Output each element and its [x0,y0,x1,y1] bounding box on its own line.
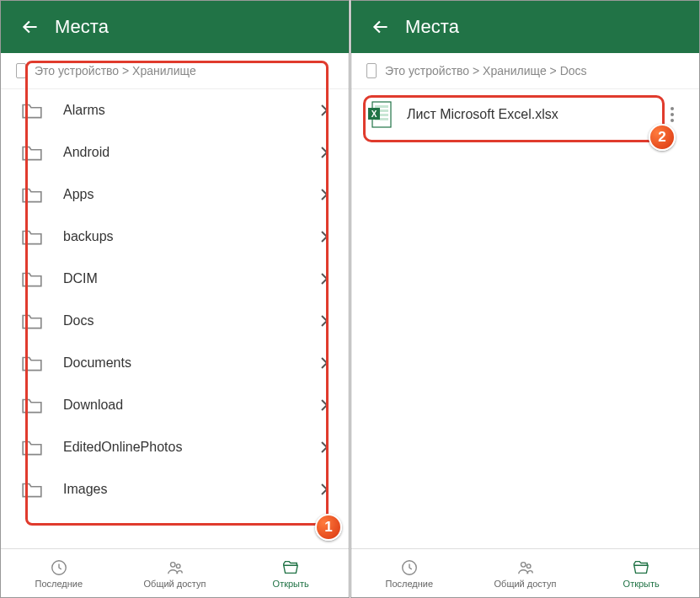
more-button[interactable] [662,107,682,122]
folder-name: Alarms [63,103,320,118]
svg-point-1 [170,562,175,567]
breadcrumb-text: Это устройство > Хранилище [35,64,196,77]
folder-open-icon [281,558,300,577]
breadcrumb[interactable]: Это устройство > Хранилище [1,53,349,89]
arrow-left-icon [19,16,41,38]
folder-icon [21,185,43,204]
folder-name: Android [63,145,320,160]
nav-recent[interactable]: Последние [1,549,117,597]
folder-icon [21,396,43,414]
arrow-left-icon [370,16,392,38]
clock-icon [400,558,419,577]
folder-name: Documents [63,355,320,371]
folder-icon [21,101,43,120]
back-button[interactable] [365,11,397,43]
svg-point-11 [521,562,526,567]
folder-icon [21,143,43,162]
nav-shared[interactable]: Общий доступ [117,549,233,597]
nav-recent[interactable]: Последние [351,549,468,597]
nav-open[interactable]: Открыть [232,549,349,597]
chevron-right-icon [320,483,329,495]
header: Места [351,1,699,53]
chevron-right-icon [320,189,329,200]
excel-file-icon: X [368,101,392,128]
folder-list-container: Alarms Android Apps backups DCIM [1,89,349,548]
clock-icon [50,558,68,577]
folder-item[interactable]: Documents [1,342,349,384]
page-title: Места [405,16,459,38]
folder-icon [21,312,43,330]
chevron-right-icon [320,441,329,453]
nav-open-label: Открыть [623,579,660,589]
folder-item[interactable]: backups [1,216,349,258]
marker-2: 2 [649,124,676,151]
device-icon [16,63,26,78]
left-panel: Места Это устройство > Хранилище Alarms … [0,0,350,598]
svg-point-12 [526,563,531,568]
chevron-right-icon [320,147,329,158]
file-item[interactable]: X Лист Microsoft Excel.xlsx [351,89,699,140]
chevron-right-icon [320,231,329,243]
nav-open-label: Открыть [273,579,309,589]
svg-point-2 [176,563,180,568]
folder-icon [21,354,43,372]
more-dots-icon [671,107,674,110]
folder-icon [21,227,43,246]
folder-name: EditedOnlinePhotos [63,440,320,455]
nav-shared-label: Общий доступ [144,579,206,589]
folder-open-icon [632,558,650,577]
folder-item[interactable]: Android [1,131,349,174]
file-name: Лист Microsoft Excel.xlsx [407,107,662,122]
folder-name: backups [63,229,320,244]
page-title: Места [55,16,109,38]
folder-name: Images [63,482,320,497]
back-button[interactable] [14,11,46,43]
chevron-right-icon [320,399,329,411]
folder-item[interactable]: Alarms [1,89,349,131]
nav-recent-label: Последние [386,579,434,589]
people-icon [166,558,184,577]
nav-open[interactable]: Открыть [583,549,699,597]
nav-shared[interactable]: Общий доступ [468,549,584,597]
folder-item[interactable]: Docs [1,300,349,342]
bottom-nav: Последние Общий доступ Открыть [1,548,349,597]
folder-name: Docs [63,313,320,328]
breadcrumb[interactable]: Это устройство > Хранилище > Docs [351,53,699,89]
folder-item[interactable]: EditedOnlinePhotos [1,426,349,468]
svg-rect-4 [375,105,388,108]
chevron-right-icon [320,273,329,285]
header: Места [1,1,349,53]
folder-name: Apps [63,187,320,202]
right-panel: Места Это устройство > Хранилище > Docs … [350,0,700,598]
chevron-right-icon [320,357,329,369]
folder-item[interactable]: Download [1,384,349,426]
nav-recent-label: Последние [35,579,83,589]
file-list-container: X Лист Microsoft Excel.xlsx [351,89,699,548]
folder-item[interactable]: Apps [1,174,349,216]
breadcrumb-text: Это устройство > Хранилище > Docs [385,64,587,77]
chevron-right-icon [320,104,329,116]
chevron-right-icon [320,315,329,327]
svg-text:X: X [371,109,377,119]
folder-icon [21,438,43,457]
folder-icon [21,480,43,499]
folder-icon [21,270,43,288]
marker-1: 1 [315,514,342,541]
device-icon [366,63,377,78]
folder-name: Download [63,398,320,413]
people-icon [516,558,535,577]
nav-shared-label: Общий доступ [494,579,557,589]
folder-item[interactable]: Images [1,468,349,510]
bottom-nav: Последние Общий доступ Открыть [351,548,699,597]
folder-item[interactable]: DCIM [1,258,349,300]
folder-name: DCIM [63,271,320,286]
